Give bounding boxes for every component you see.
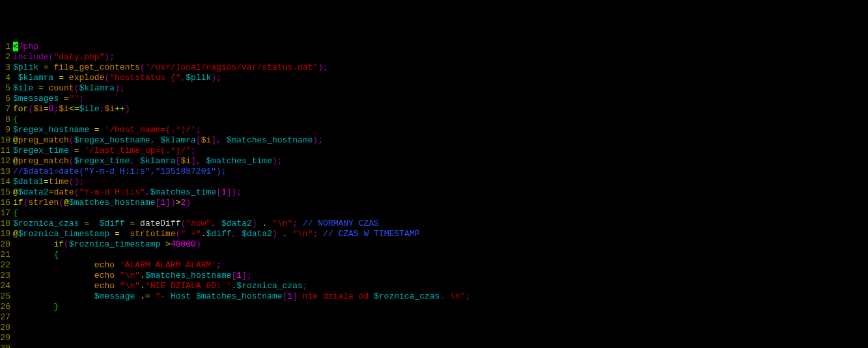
token-cyan: $diff (206, 229, 232, 239)
token-cyan: $plik (186, 73, 211, 83)
code-line[interactable]: for($i=0;$i<=$ile;$i++) (13, 104, 868, 114)
token-purple: ], (191, 156, 206, 166)
token-purple: ); (313, 135, 323, 145)
token-default (89, 125, 94, 135)
token-red: '/host_name=(.*)/' (104, 125, 195, 135)
token-cyan: $regex_hostname (74, 135, 150, 145)
token-cyan: $plik (13, 62, 38, 72)
token-cyan: $roznica_czas (374, 291, 440, 301)
token-cyan: $messages (13, 94, 59, 103)
code-line[interactable]: include("daty.php"); (13, 52, 868, 62)
token-cyan: $ile (13, 83, 33, 93)
code-line[interactable]: } (13, 302, 868, 312)
code-editor[interactable]: 1 2 3 4 5 6 7 8 9 10 11 12 13 14 15 16 1… (0, 42, 868, 348)
token-cursor: < (13, 42, 18, 51)
token-red: "daty.php" (53, 52, 104, 62)
token-cyan: $message (94, 291, 135, 301)
token-orange: $i (181, 156, 191, 166)
token-default (13, 271, 94, 280)
code-line[interactable]: @$data2=date("Y-m-d H:i:s",$matches_time… (13, 187, 868, 198)
code-line[interactable]: @$roznica_timestamp = strtotime(" +".$di… (13, 229, 868, 239)
token-cyan: $matches_hostname (145, 271, 232, 280)
token-default (115, 271, 120, 280)
token-cyan: $diff (100, 219, 125, 228)
token-default (13, 250, 53, 260)
token-orange: strtotime (130, 229, 175, 239)
token-yellow: @ (13, 156, 18, 166)
token-orange: echo (94, 271, 115, 280)
code-line[interactable]: $roznica_czas = $diff = dateDiff("now", … (13, 219, 868, 229)
token-red: '/last_time_up=(.*)/' (84, 146, 191, 155)
token-red: " +" (181, 229, 201, 239)
code-line[interactable]: $data1=time(); (13, 177, 868, 187)
token-red: "\n" (272, 219, 292, 228)
token-purple: ; (303, 281, 308, 291)
token-blue: //$data1=date("Y-m-d H:i:s","1351887201"… (13, 167, 227, 176)
token-purple: ( (59, 198, 64, 207)
code-line[interactable]: $ile = count($klamra); (13, 83, 868, 94)
token-yellow: . (140, 281, 145, 291)
token-red: '/usr/local/nagios/var/status.dat' (145, 62, 318, 72)
token-purple: ); (211, 73, 221, 83)
token-default (38, 62, 44, 72)
token-yellow: > (176, 198, 181, 207)
token-default (298, 219, 303, 228)
token-purple: ; (79, 94, 84, 103)
token-red: "" (69, 94, 79, 103)
code-line[interactable]: echo "\n".$matches_hostname[1]; (13, 271, 868, 281)
token-magenta: 1 (160, 198, 165, 207)
token-orange: count (49, 83, 74, 93)
token-cyan: $regex_time (74, 156, 130, 166)
code-line[interactable]: if($roznica_timestamp >40000) (13, 239, 868, 250)
code-line[interactable]: { (13, 208, 868, 219)
code-line[interactable]: echo "\n".'NIE DZIALA OD: '.$roznica_cza… (13, 281, 868, 291)
token-purple: ) (252, 219, 257, 228)
code-line[interactable]: $klamra = explode("hoststatus {",$plik); (13, 73, 868, 83)
code-line[interactable]: $plik = file_get_contents('/usr/local/na… (13, 62, 868, 73)
token-default (13, 239, 53, 249)
token-orange: echo (94, 260, 115, 270)
code-line[interactable]: $regex_hostname = '/host_name=(.*)/'; (13, 125, 868, 135)
token-red: "- (155, 291, 170, 301)
token-default (64, 73, 69, 83)
token-green: } (53, 302, 59, 312)
token-default (13, 302, 53, 312)
code-line[interactable]: <?php (13, 42, 868, 52)
token-default (267, 219, 272, 228)
code-line[interactable]: @preg_match($regex_hostname, $klamra[$i]… (13, 135, 868, 146)
token-default (115, 281, 120, 291)
token-purple: ( (64, 239, 69, 249)
token-green: { (13, 208, 18, 218)
code-line[interactable]: $messages =""; (13, 94, 868, 104)
code-line[interactable]: echo 'ALARM ALARM ALARM'; (13, 260, 868, 271)
token-orange: preg_match (18, 135, 69, 145)
code-line[interactable]: { (13, 250, 868, 260)
token-cyan: $data2 (18, 187, 49, 197)
code-line[interactable]: $regex_time = '/last_time_up=(.*)/'; (13, 146, 868, 156)
token-purple: ( (69, 135, 74, 145)
code-line[interactable]: $message .= "- Host $matches_hostname[1]… (13, 291, 868, 302)
token-cyan: $klamra (160, 135, 196, 145)
code-line[interactable]: if(strlen(@$matches_hostname[1])>2) (13, 198, 868, 208)
token-yellow: ++ (115, 104, 125, 114)
token-orange: explode (69, 73, 105, 83)
token-default (13, 73, 18, 83)
token-purple: ); (272, 156, 283, 166)
token-purple: ]; (242, 271, 252, 280)
token-cyan: $matches_hostname (227, 135, 313, 145)
token-purple: ] (292, 291, 298, 301)
token-purple: [ (176, 156, 181, 166)
code-line[interactable]: //$data1=date("Y-m-d H:i:s","1351887201"… (13, 167, 868, 177)
code-line[interactable]: @preg_match($regex_time, $klamra[$i], $m… (13, 156, 868, 167)
token-red: "hoststatus {" (109, 73, 180, 83)
token-orange: $i (33, 104, 44, 114)
token-yellow: <= (69, 104, 79, 114)
token-magenta: 1 (221, 187, 227, 197)
code-area[interactable]: <?phpinclude("daty.php");$plik = file_ge… (13, 42, 868, 348)
token-orange: file_get_contents (53, 62, 140, 72)
token-default (115, 260, 120, 270)
token-yellow: = (94, 125, 100, 135)
token-red: 'NIE DZIALA OD: ' (145, 281, 232, 291)
token-default (120, 229, 130, 239)
code-line[interactable]: { (13, 114, 868, 125)
